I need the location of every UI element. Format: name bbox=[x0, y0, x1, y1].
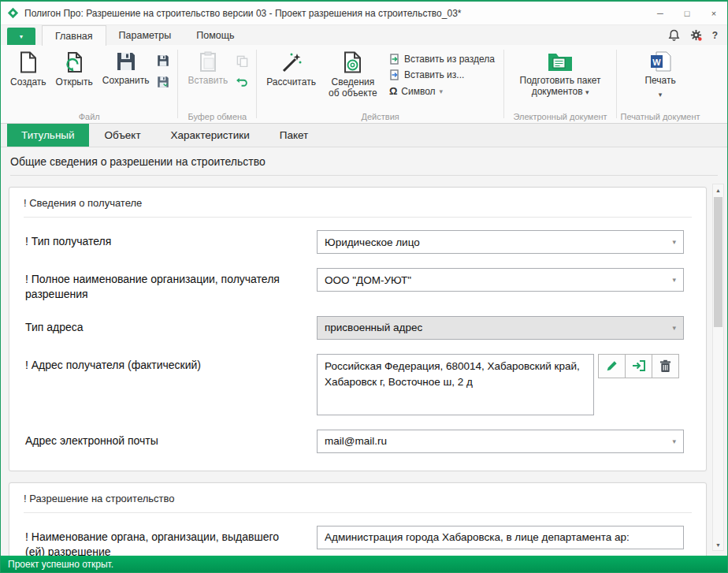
word-document-icon: W bbox=[650, 51, 671, 72]
print-button[interactable]: W Печать ▾ bbox=[622, 47, 698, 99]
scroll-up-button[interactable]: ▲ bbox=[713, 184, 723, 195]
gear-icon[interactable] bbox=[690, 29, 702, 41]
recipient-type-select[interactable]: Юридическое лицо ▾ bbox=[317, 230, 684, 254]
group-label-print: Печатный документ bbox=[618, 112, 702, 121]
save-all-button[interactable] bbox=[154, 74, 172, 90]
status-text: Проект успешно открыт. bbox=[8, 559, 113, 570]
save-as-button[interactable] bbox=[154, 53, 172, 69]
ribbon-divider bbox=[503, 50, 504, 118]
ribbon-group-edoc: Подготовить пакет документов ▾ Электронн… bbox=[506, 45, 615, 123]
magic-wand-icon bbox=[280, 51, 303, 73]
tab-object[interactable]: Объект bbox=[91, 124, 155, 147]
authority-row: ! Наименование органа, организации, выда… bbox=[24, 526, 692, 556]
chevron-down-icon: ▾ bbox=[672, 276, 676, 284]
maximize-button[interactable]: □ bbox=[674, 2, 700, 24]
email-label: Адрес электронной почты bbox=[24, 430, 317, 453]
chevron-down-icon: ▾ bbox=[585, 88, 589, 96]
scroll-down-icon: ▼ bbox=[715, 542, 721, 548]
insert-from-section-button[interactable]: Вставить из раздела bbox=[389, 54, 495, 65]
ribbon-tab-home[interactable]: Главная bbox=[42, 25, 106, 46]
copy-button[interactable] bbox=[233, 53, 251, 69]
recipient-type-label: ! Тип получателя bbox=[24, 230, 317, 254]
minimize-button[interactable]: ─ bbox=[647, 2, 674, 24]
content-area: Общие сведения о разрешении на строитель… bbox=[1, 147, 727, 556]
save-all-icon bbox=[157, 76, 169, 88]
recipient-group-title: ! Сведения о получателе bbox=[24, 197, 692, 218]
email-select[interactable]: mail@mail.ru ▾ bbox=[317, 430, 684, 453]
permit-groupbox: ! Разрешение на строительство ! Наименов… bbox=[9, 482, 707, 556]
delete-address-button[interactable] bbox=[652, 354, 679, 378]
copy-icon bbox=[236, 55, 248, 67]
help-icon[interactable]: ? bbox=[712, 30, 718, 41]
svg-text:W: W bbox=[652, 58, 661, 67]
open-button[interactable]: Открыть bbox=[52, 47, 97, 88]
chevron-down-icon: ▾ bbox=[672, 324, 676, 332]
recipient-address-textarea[interactable]: Российская Федерация, 680014, Хабаровски… bbox=[317, 354, 594, 415]
scroll-down-button[interactable]: ▼ bbox=[713, 539, 723, 550]
titlebar-icons: ? bbox=[668, 25, 727, 45]
address-type-select[interactable]: присвоенный адрес ▾ bbox=[317, 316, 684, 340]
omega-icon: Ω bbox=[389, 85, 397, 97]
organization-name-label: ! Полное наименование организации, получ… bbox=[24, 268, 317, 302]
create-button[interactable]: Создать bbox=[6, 47, 50, 88]
save-extra-buttons bbox=[154, 47, 172, 90]
titlebar: Полигон Про: Разрешение на строительство… bbox=[1, 2, 727, 25]
scroll-up-icon: ▲ bbox=[715, 188, 721, 193]
bell-icon[interactable] bbox=[668, 29, 680, 41]
paste-button[interactable]: Вставить bbox=[184, 47, 232, 87]
symbol-button[interactable]: Ω Символ ▾ bbox=[389, 85, 495, 97]
window-controls: ─ □ × bbox=[647, 2, 727, 24]
tab-title-page[interactable]: Титульный bbox=[7, 124, 89, 147]
group-label-edoc: Электронный документ bbox=[506, 112, 615, 121]
chevron-down-icon: ▾ bbox=[440, 87, 444, 95]
ribbon-tab-row: ▼ Главная Параметры Помощь ? bbox=[1, 25, 727, 45]
address-type-row: Тип адреса присвоенный адрес ▾ bbox=[24, 316, 692, 340]
prepare-package-button[interactable]: Подготовить пакет документов ▾ bbox=[510, 47, 611, 98]
insert-from-button[interactable]: Вставить из... bbox=[389, 69, 495, 80]
chevron-down-icon: ▾ bbox=[672, 437, 676, 445]
vertical-scrollbar[interactable]: ▲ ▼ bbox=[712, 184, 724, 551]
close-button[interactable]: × bbox=[700, 2, 727, 24]
chevron-down-icon: ▾ bbox=[659, 91, 663, 99]
email-row: Адрес электронной почты mail@mail.ru ▾ bbox=[24, 430, 692, 453]
status-bar: Проект успешно открыт. bbox=[1, 556, 727, 572]
clipboard-extra-buttons bbox=[233, 47, 251, 90]
insert-arrow-icon bbox=[632, 359, 646, 372]
authority-input[interactable]: Администрация города Хабаровска, в лице … bbox=[317, 526, 684, 549]
ribbon-group-print: W Печать ▾ Печатный документ bbox=[618, 45, 702, 123]
permit-group-title: ! Разрешение на строительство bbox=[24, 493, 692, 513]
ribbon-group-file: Создать Открыть bbox=[2, 45, 176, 123]
file-menu-button[interactable]: ▼ bbox=[7, 28, 35, 45]
tab-package[interactable]: Пакет bbox=[266, 124, 323, 147]
tab-characteristics[interactable]: Характеристики bbox=[157, 124, 264, 147]
insert-from-section-icon bbox=[389, 54, 400, 65]
ribbon: Создать Открыть bbox=[1, 45, 727, 124]
organization-name-select[interactable]: ООО "ДОМ-УЮТ" ▾ bbox=[317, 268, 684, 292]
transfer-address-button[interactable] bbox=[625, 354, 652, 378]
save-button[interactable]: Сохранить bbox=[98, 47, 154, 87]
object-info-button[interactable]: Сведения об объекте bbox=[321, 47, 384, 99]
recipient-groupbox: ! Сведения о получателе ! Тип получателя… bbox=[9, 187, 707, 471]
recipient-address-label: ! Адрес получателя (фактический) bbox=[24, 354, 317, 415]
paste-icon bbox=[199, 51, 217, 72]
organization-name-row: ! Полное наименование организации, получ… bbox=[24, 268, 692, 302]
edit-address-button[interactable] bbox=[598, 354, 626, 378]
ribbon-tab-help[interactable]: Помощь bbox=[184, 25, 247, 45]
chevron-down-icon: ▾ bbox=[672, 238, 676, 246]
address-toolbar bbox=[599, 354, 679, 378]
save-icon bbox=[116, 51, 136, 72]
scrollbar-track[interactable] bbox=[713, 195, 723, 539]
scrollbar-thumb[interactable] bbox=[714, 197, 722, 327]
recipient-address-row: ! Адрес получателя (фактический) Российс… bbox=[24, 354, 692, 415]
undo-button[interactable] bbox=[233, 74, 251, 90]
calculate-button[interactable]: Рассчитать bbox=[262, 47, 320, 88]
dropdown-arrow-icon: ▼ bbox=[19, 34, 24, 39]
pencil-icon bbox=[605, 359, 618, 373]
ribbon-divider bbox=[256, 50, 257, 118]
page-title: Общие сведения о разрешении на строитель… bbox=[10, 155, 718, 176]
ribbon-tab-parameters[interactable]: Параметры bbox=[106, 25, 184, 45]
new-document-icon bbox=[19, 51, 38, 73]
object-info-icon bbox=[343, 51, 363, 73]
ribbon-group-clipboard: Вставить bbox=[180, 45, 254, 123]
save-as-icon bbox=[157, 54, 169, 67]
